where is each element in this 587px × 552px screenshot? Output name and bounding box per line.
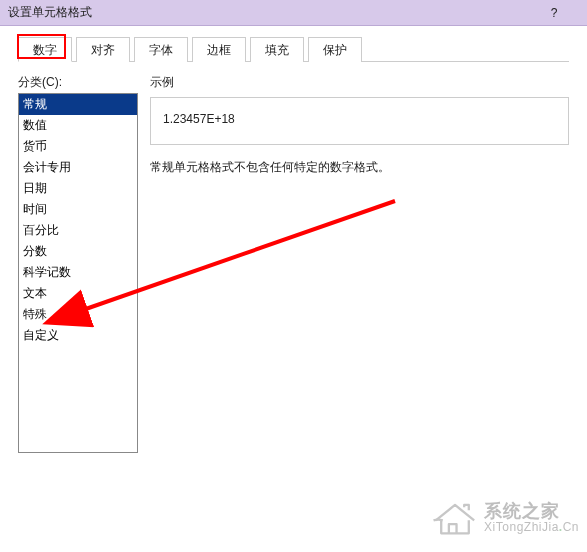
category-item-9[interactable]: 文本: [19, 283, 137, 304]
tab-3[interactable]: 边框: [192, 37, 246, 62]
category-item-11[interactable]: 自定义: [19, 325, 137, 346]
dialog-body: 数字对齐字体边框填充保护 分类(C): 常规数值货币会计专用日期时间百分比分数科…: [0, 26, 587, 552]
category-item-4[interactable]: 日期: [19, 178, 137, 199]
watermark-line1: 系统之家: [484, 502, 579, 522]
category-item-0[interactable]: 常规: [19, 94, 137, 115]
detail-panel: 示例 1.23457E+18 常规单元格格式不包含任何特定的数字格式。: [150, 74, 569, 453]
preview-box: 1.23457E+18: [150, 97, 569, 145]
tab-5[interactable]: 保护: [308, 37, 362, 62]
category-item-8[interactable]: 科学记数: [19, 262, 137, 283]
watermark-text: 系统之家 XiTongZhiJia.Cn: [484, 502, 579, 535]
preview-value: 1.23457E+18: [163, 112, 235, 126]
watermark-line2: XiTongZhiJia.Cn: [484, 521, 579, 534]
category-item-7[interactable]: 分数: [19, 241, 137, 262]
category-item-1[interactable]: 数值: [19, 115, 137, 136]
category-panel: 分类(C): 常规数值货币会计专用日期时间百分比分数科学记数文本特殊自定义: [18, 74, 138, 453]
category-label: 分类(C):: [18, 74, 138, 91]
tab-4[interactable]: 填充: [250, 37, 304, 62]
category-item-5[interactable]: 时间: [19, 199, 137, 220]
format-description: 常规单元格格式不包含任何特定的数字格式。: [150, 159, 569, 176]
tab-0[interactable]: 数字: [18, 37, 72, 62]
category-listbox[interactable]: 常规数值货币会计专用日期时间百分比分数科学记数文本特殊自定义: [18, 93, 138, 453]
category-item-2[interactable]: 货币: [19, 136, 137, 157]
watermark: 系统之家 XiTongZhiJia.Cn: [432, 498, 579, 538]
help-button[interactable]: ?: [539, 6, 569, 20]
category-item-6[interactable]: 百分比: [19, 220, 137, 241]
category-item-3[interactable]: 会计专用: [19, 157, 137, 178]
content-area: 分类(C): 常规数值货币会计专用日期时间百分比分数科学记数文本特殊自定义 示例…: [18, 74, 569, 453]
category-item-10[interactable]: 特殊: [19, 304, 137, 325]
tab-2[interactable]: 字体: [134, 37, 188, 62]
tab-strip: 数字对齐字体边框填充保护: [18, 36, 569, 62]
dialog-title: 设置单元格格式: [8, 4, 539, 21]
house-icon: [432, 498, 478, 538]
tab-1[interactable]: 对齐: [76, 37, 130, 62]
preview-label: 示例: [150, 74, 569, 91]
dialog-titlebar: 设置单元格格式 ?: [0, 0, 587, 26]
